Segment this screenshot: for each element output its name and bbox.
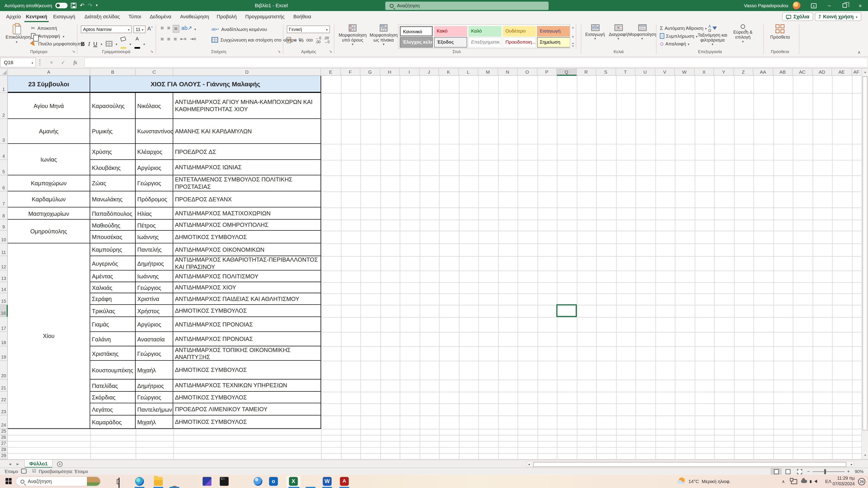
ribbon-tab-Διάταξη σελίδας[interactable]: Διάταξη σελίδας (82, 11, 122, 22)
column-header-R[interactable]: R (577, 69, 596, 76)
cell-B6[interactable]: Ζώας (90, 175, 135, 191)
new-sheet-icon[interactable]: + (57, 461, 62, 466)
cell-C11[interactable]: Παντελής (135, 243, 174, 256)
fill-color-dropdown-icon[interactable]: ▾ (129, 42, 131, 46)
column-header-E[interactable]: E (321, 69, 341, 76)
align-bottom-icon[interactable]: ≡ (173, 25, 179, 33)
clear-button[interactable]: ◇ Απαλοιφή▾ (660, 41, 689, 46)
cell-D21[interactable]: ΑΝΤΙΔΗΜΑΡΧΟΣ ΤΕΧΝΙΚΩΝ ΥΠΗΡΕΣΙΩΝ (174, 380, 321, 392)
copy-button[interactable]: Αντιγραφή ▾ (31, 33, 64, 39)
row-header-9[interactable]: 9 (0, 220, 8, 231)
align-center-icon[interactable]: ≡ (166, 36, 171, 42)
row-header-7[interactable]: 7 (0, 191, 8, 207)
row-header-2[interactable]: 2 (0, 93, 8, 119)
paste-button[interactable]: Επικόλληση ▾ (5, 24, 28, 44)
taskbar-icon-excel[interactable]: X (289, 477, 298, 486)
cell-B2[interactable]: Καρασούλης (90, 93, 135, 119)
save-icon[interactable] (71, 3, 76, 8)
task-view-button[interactable] (119, 478, 127, 487)
align-right-icon[interactable]: ≡ (173, 36, 178, 42)
formula-bar-splitter[interactable] (39, 59, 40, 66)
addins-button[interactable]: Πρόσθετα (767, 24, 793, 40)
cell-B16[interactable]: Τρικύλας (90, 305, 135, 317)
italic-icon[interactable]: I (88, 41, 90, 47)
borders-dropdown-icon[interactable]: ▾ (116, 42, 117, 46)
column-header-C[interactable]: C (135, 69, 174, 76)
column-header-B[interactable]: B (90, 69, 135, 76)
cell-C21[interactable]: Δημήτριος (135, 380, 174, 392)
number-dialog-launcher[interactable]: ↘ (329, 49, 332, 54)
taskbar-search[interactable]: Αναζήτηση (16, 477, 101, 486)
cell-area-Καρδαμύλων[interactable]: Καρδαμύλων (8, 191, 90, 207)
row-header-6[interactable]: 6 (0, 175, 8, 191)
formula-input[interactable] (84, 58, 868, 68)
undo-icon[interactable]: ↶ (80, 3, 85, 8)
notification-center[interactable]: 28 (858, 475, 865, 488)
cell-style-Προειδοποιη...[interactable]: Προειδοποιη... (503, 37, 536, 48)
vertical-scrollbar[interactable]: ▴ ▾ (862, 69, 868, 459)
row-header-10[interactable]: 10 (0, 231, 8, 243)
column-header-T[interactable]: T (616, 69, 636, 76)
row-header-5[interactable]: 5 (0, 160, 8, 175)
row-header-14[interactable]: 14 (0, 282, 8, 293)
row-header-15[interactable]: 15 (0, 293, 8, 305)
cell-B19[interactable]: Χριστάκης (90, 346, 135, 361)
row-header-8[interactable]: 8 (0, 207, 8, 220)
hidden-icons-chevron[interactable]: ∧ (782, 475, 785, 488)
ribbon-tab-Προγραμματιστής[interactable]: Προγραμματιστής (244, 11, 286, 22)
decrease-decimal-icon[interactable]: ,00→0 (324, 37, 330, 44)
column-header-Q[interactable]: Q (557, 69, 577, 76)
taskbar-icon-terminal[interactable]: C:\ (220, 477, 228, 486)
percent-style-icon[interactable]: % (299, 37, 304, 43)
row-header-28[interactable]: 28 (0, 447, 8, 453)
collapse-ribbon-icon[interactable]: ∧ (857, 50, 861, 55)
enter-formula-icon[interactable]: ✓ (59, 58, 68, 68)
cell-B20[interactable]: Κουστουμπέκης (90, 361, 135, 380)
cell-C7[interactable]: Πρόδρομος (135, 191, 174, 207)
fill-button[interactable]: ↓ Συμπλήρωση▾ (660, 33, 698, 39)
row-header-17[interactable]: 17 (0, 317, 8, 332)
cell-B22[interactable]: Σκόρδιας (90, 392, 135, 403)
cell-B23[interactable]: Λεγάτος (90, 403, 135, 416)
row-header-27[interactable]: 27 (0, 441, 8, 447)
cell-D15[interactable]: ΑΝΤΙΔΗΜΑΡΧΟΣ ΠΑΙΔΕΙΑΣ ΚΑΙ ΑΘΛΗΤΙΣΜΟΥ (174, 293, 321, 305)
cell-D16[interactable]: ΔΗΜΟΤΙΚΟΣ ΣΥΜΒΟΥΛΟΣ (174, 305, 321, 317)
page-break-view-button[interactable] (794, 468, 805, 475)
sort-filter-button[interactable]: AΩ Ταξινόμηση και φιλτράρισμα ▾ (696, 24, 728, 47)
customize-qat-icon[interactable]: ▾ (96, 3, 98, 8)
gallery-scrollbar[interactable]: ∧∨∨ (569, 24, 576, 49)
column-header-Y[interactable]: Y (714, 69, 734, 76)
column-header-AF[interactable]: AF (852, 69, 862, 76)
cell-D4[interactable]: ΠΡΟΕΔΡΟΣ ΔΣ (174, 144, 321, 160)
increase-decimal-icon[interactable]: ←0,00 (315, 37, 321, 44)
column-header-H[interactable]: H (380, 69, 400, 76)
increase-indent-icon[interactable]: ⇥≡ (189, 36, 197, 42)
cell-area-Ιωνίας[interactable]: Ιωνίας (8, 144, 90, 175)
cell-B8[interactable]: Παπαδόπουλος (90, 207, 135, 220)
zoom-level[interactable]: 90% (855, 469, 864, 474)
taskbar-icon-pc[interactable] (203, 477, 211, 486)
restore-button[interactable] (837, 0, 852, 11)
name-box[interactable]: Q16 ▾ (0, 58, 36, 68)
orientation-dropdown-icon[interactable]: ▾ (194, 27, 196, 33)
format-painter-button[interactable]: Πινέλο μορφοποίησης (31, 41, 84, 46)
taskbar-icon-acrobat[interactable]: A (340, 477, 349, 486)
row-header-4[interactable]: 4 (0, 144, 8, 160)
cell-area-Καμποχώρων[interactable]: Καμποχώρων (8, 175, 90, 191)
cell-C24[interactable]: Μιχαήλ (135, 416, 174, 429)
delete-cells-button[interactable]: Διαγραφή ▾ (608, 24, 629, 41)
font-color-icon[interactable]: A (134, 37, 140, 51)
column-header-AE[interactable]: AE (832, 69, 852, 76)
scroll-down-icon[interactable]: ▾ (862, 452, 868, 459)
cell-D24[interactable]: ΔΗΜΟΤΙΚΟΣ ΣΥΜΒΟΥΛΟΣ (174, 416, 321, 429)
language-indicator[interactable]: ΕΛ (825, 475, 832, 488)
cell-B11[interactable]: Καμπούρης (90, 243, 135, 256)
network-icon[interactable] (791, 475, 797, 488)
row-header-22[interactable]: 22 (0, 392, 8, 403)
column-header-G[interactable]: G (360, 69, 380, 76)
underline-icon[interactable]: U (93, 41, 97, 47)
redo-icon[interactable]: ↷ (88, 3, 92, 8)
font-name-select[interactable]: Aptos Narrow▾ (81, 26, 132, 33)
column-header-D[interactable]: D (174, 69, 321, 76)
cell-B4[interactable]: Χρύσης (90, 144, 135, 160)
